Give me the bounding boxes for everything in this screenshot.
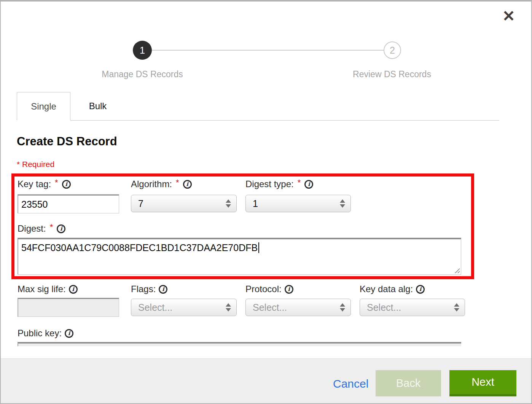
public-key-textarea[interactable] <box>18 342 461 346</box>
stepper-connector-line <box>152 50 384 51</box>
digest-type-label: Digest type: * i <box>245 179 313 189</box>
info-icon[interactable]: i <box>62 180 71 189</box>
info-icon[interactable]: i <box>285 285 293 294</box>
text-cursor <box>258 242 259 253</box>
flags-label-text: Flags: <box>131 284 156 294</box>
select-spinner-icon <box>454 303 459 312</box>
algorithm-label-text: Algorithm: <box>131 179 172 189</box>
protocol-select-value: Select... <box>253 302 287 313</box>
required-note: * Required <box>17 160 54 169</box>
algorithm-select[interactable]: 7 <box>131 195 237 212</box>
digest-textarea[interactable]: 54FCF030AA1C79C0088FDEC1BD1C37DAA2E70DFB <box>18 238 461 275</box>
step-1-circle: 1 <box>133 41 152 60</box>
info-glyph: i <box>186 181 188 187</box>
select-spinner-icon <box>226 303 231 312</box>
max-sig-life-input[interactable] <box>18 298 119 317</box>
select-spinner-icon <box>340 199 345 208</box>
info-icon[interactable]: i <box>183 180 192 189</box>
algorithm-label: Algorithm: * i <box>131 179 192 189</box>
digest-label: Digest: * i <box>18 223 65 234</box>
algorithm-select-value: 7 <box>138 198 143 209</box>
back-button[interactable]: Back <box>376 370 441 396</box>
step-2-circle: 2 <box>384 41 401 59</box>
select-spinner-icon <box>340 303 345 312</box>
info-glyph: i <box>288 286 290 292</box>
info-icon[interactable]: i <box>304 180 313 189</box>
select-spinner-icon <box>226 199 231 208</box>
info-glyph: i <box>68 331 70 336</box>
step-2-label: Review DS Records <box>331 69 453 80</box>
info-glyph: i <box>308 181 310 187</box>
key-tag-label: Key tag: * i <box>18 179 71 189</box>
protocol-label-text: Protocol: <box>245 284 282 294</box>
required-asterisk: * <box>55 178 58 188</box>
info-icon[interactable]: i <box>416 285 425 294</box>
page-title: Create DS Record <box>17 135 117 148</box>
digest-type-select-value: 1 <box>253 198 258 209</box>
public-key-label-text: Public key: <box>18 328 62 339</box>
flags-label: Flags: i <box>131 284 167 294</box>
cancel-link[interactable]: Cancel <box>333 377 368 390</box>
step-1-label: Manage DS Records <box>81 69 203 80</box>
tab-single[interactable]: Single <box>17 92 70 120</box>
info-icon[interactable]: i <box>159 285 167 294</box>
create-ds-record-modal: ✕ 1 2 Manage DS Records Review DS Record… <box>0 0 532 404</box>
key-data-alg-label: Key data alg: i <box>360 284 425 294</box>
info-glyph: i <box>60 226 62 232</box>
info-icon[interactable]: i <box>57 224 65 233</box>
flags-select-value: Select... <box>138 302 172 313</box>
info-icon[interactable]: i <box>69 285 78 294</box>
info-glyph: i <box>72 286 74 292</box>
key-data-alg-select-value: Select... <box>367 302 401 313</box>
protocol-label: Protocol: i <box>245 284 293 294</box>
key-data-alg-label-text: Key data alg: <box>360 284 413 294</box>
close-icon[interactable]: ✕ <box>502 8 515 24</box>
required-asterisk: * <box>298 178 301 188</box>
key-tag-input[interactable] <box>18 194 119 213</box>
digest-type-select[interactable]: 1 <box>245 195 351 212</box>
key-data-alg-select[interactable]: Select... <box>360 299 465 316</box>
tab-bulk[interactable]: Bulk <box>70 92 125 120</box>
max-sig-life-label: Max sig life: i <box>18 284 78 294</box>
protocol-select[interactable]: Select... <box>245 299 351 316</box>
max-sig-life-label-text: Max sig life: <box>18 284 66 294</box>
digest-label-text: Digest: <box>18 223 46 234</box>
flags-select[interactable]: Select... <box>131 299 237 316</box>
info-glyph: i <box>419 286 422 292</box>
resize-handle-icon[interactable] <box>454 267 460 273</box>
required-asterisk: * <box>50 222 53 232</box>
info-glyph: i <box>65 181 67 187</box>
tab-bar-divider <box>70 120 499 121</box>
info-icon[interactable]: i <box>65 329 73 338</box>
info-glyph: i <box>162 286 164 292</box>
public-key-label: Public key: i <box>18 328 73 339</box>
next-button[interactable]: Next <box>449 370 516 396</box>
digest-value: 54FCF030AA1C79C0088FDEC1BD1C37DAA2E70DFB <box>21 242 258 253</box>
key-tag-label-text: Key tag: <box>18 179 51 189</box>
required-asterisk: * <box>176 178 179 188</box>
digest-type-label-text: Digest type: <box>245 179 294 189</box>
